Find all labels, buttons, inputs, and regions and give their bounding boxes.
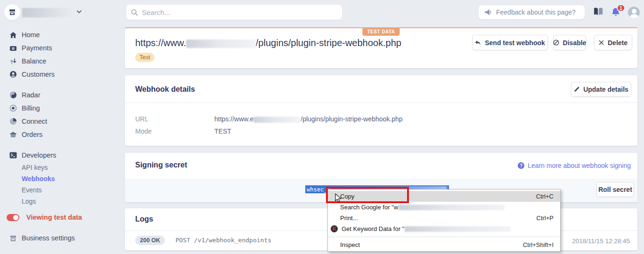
disable-icon <box>553 40 559 46</box>
webhook-details-title: Webhook details <box>135 85 195 94</box>
sidebar-item-connect[interactable]: Connect <box>0 116 118 127</box>
divider <box>125 103 637 103</box>
learn-more-link[interactable]: ? Learn more about webhook signing <box>518 162 631 169</box>
logs-title: Logs <box>135 215 153 223</box>
disable-button[interactable]: Disable <box>554 35 586 50</box>
log-timestamp: 2018/11/15 12:28:45 <box>572 238 630 245</box>
radar-icon <box>9 91 17 99</box>
webhook-header-card: TEST DATA https://www./plugins/plugin-st… <box>125 27 637 68</box>
home-icon <box>9 32 17 39</box>
status-badge: 200 OK <box>135 236 165 245</box>
mode-label: Mode <box>135 127 152 135</box>
avatar[interactable] <box>628 7 640 18</box>
blurred-domain <box>186 40 256 48</box>
webhook-details-card: Webhook details Update details URL https… <box>125 75 637 146</box>
roll-secret-button[interactable]: Roll secret <box>597 183 634 197</box>
search-bar[interactable] <box>126 5 342 20</box>
sidebar-item-orders[interactable]: Orders <box>0 129 118 140</box>
sidebar-item-balance[interactable]: Balance <box>0 56 118 66</box>
pencil-icon <box>574 87 579 92</box>
orders-icon <box>9 131 17 138</box>
search-icon <box>131 9 138 16</box>
sidebar-item-customers[interactable]: Customers <box>0 69 118 79</box>
notification-badge: 1 <box>617 4 625 12</box>
delete-button[interactable]: Delete <box>595 35 632 50</box>
account-logo[interactable] <box>4 4 20 20</box>
payments-icon <box>9 45 17 51</box>
log-row[interactable]: 200 OK POST /v1/webhook_endpoints <box>135 236 271 245</box>
connect-icon <box>9 118 17 125</box>
sidebar-item-payments[interactable]: Payments <box>0 43 118 53</box>
docs-book-icon[interactable] <box>593 7 603 18</box>
test-mode-badge: Test <box>135 53 155 62</box>
chevron-down-icon[interactable] <box>76 8 82 17</box>
mouse-cursor <box>335 193 342 205</box>
megaphone-icon <box>484 9 492 16</box>
signing-secret-title: Signing secret <box>135 161 187 169</box>
sidebar-item-logs[interactable]: Logs <box>22 197 36 206</box>
context-menu-item-print[interactable]: Print... Ctrl+P <box>328 213 560 223</box>
storefront-icon <box>8 8 16 16</box>
developers-terminal-icon <box>9 152 17 159</box>
help-icon: ? <box>518 162 524 169</box>
sidebar-item-developers[interactable]: Developers <box>0 150 118 160</box>
feedback-label: Feedback about this page? <box>496 8 576 16</box>
close-icon <box>599 40 604 45</box>
context-menu-item-inspect[interactable]: Inspect Ctrl+Shift+I <box>328 239 560 250</box>
update-details-button[interactable]: Update details <box>571 82 631 96</box>
blurred-selection-text <box>405 226 511 232</box>
stripe-dashboard: Feedback about this page? 1 Home Payment… <box>0 0 644 254</box>
mode-value: TEST <box>214 127 231 135</box>
sidebar-item-api-keys[interactable]: API keys <box>22 163 48 172</box>
log-request: POST /v1/webhook_endpoints <box>176 237 272 244</box>
blurred-domain <box>253 117 301 123</box>
balance-icon <box>9 58 17 65</box>
url-label: URL <box>135 115 148 123</box>
test-data-badge: TEST DATA <box>362 28 399 36</box>
webhook-url-title: https://www./plugins/plugin-stripe-webho… <box>135 38 401 48</box>
context-menu-item-search-google[interactable]: Search Google for "w <box>328 202 560 213</box>
customers-icon <box>9 71 17 78</box>
billing-icon <box>9 104 17 112</box>
viewing-test-data-label: Viewing test data <box>26 214 82 221</box>
sidebar-item-home[interactable]: Home <box>0 30 118 40</box>
sidebar-item-business-settings[interactable]: Business settings <box>0 233 118 243</box>
send-arrow-icon <box>475 40 481 46</box>
business-settings-icon <box>9 235 17 242</box>
sidebar-item-webhooks[interactable]: Webhooks <box>22 174 55 183</box>
test-data-toggle[interactable] <box>7 214 19 221</box>
search-input[interactable] <box>142 8 337 16</box>
url-value: https://www.e/plugins/plugin-stripe-webh… <box>214 115 403 123</box>
context-menu-item-keyword-data[interactable]: KGet Keyword Data for " <box>328 223 560 234</box>
account-name-blurred[interactable] <box>22 8 74 17</box>
keywords-everywhere-icon: K <box>331 225 338 232</box>
menu-separator <box>328 237 560 237</box>
send-test-webhook-button[interactable]: Send test webhook <box>473 35 547 50</box>
test-data-toggle-row[interactable]: Viewing test data <box>0 212 118 222</box>
sidebar-item-events[interactable]: Events <box>22 185 42 195</box>
sidebar-item-radar[interactable]: Radar <box>0 90 118 100</box>
sidebar-item-billing[interactable]: Billing <box>0 103 118 113</box>
blurred-selection-text <box>399 205 505 210</box>
feedback-button[interactable]: Feedback about this page? <box>479 5 585 19</box>
